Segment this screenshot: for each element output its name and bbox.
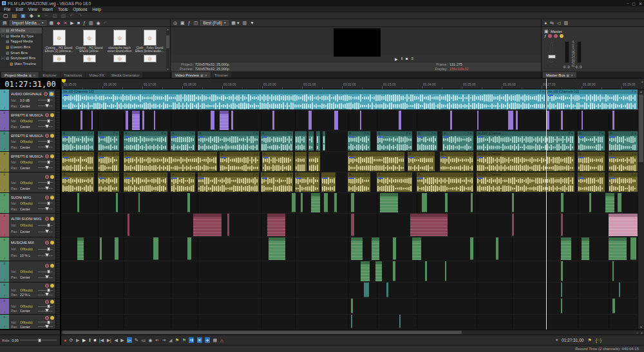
- track-mute-icon[interactable]: [45, 154, 49, 158]
- audio-event[interactable]: [77, 193, 79, 212]
- track-header-5[interactable]: ≡♪Vol:Off(solo)Pan:Center: [0, 172, 60, 193]
- audio-event[interactable]: [211, 111, 214, 130]
- pan-slider[interactable]: [38, 326, 53, 327]
- audio-event[interactable]: [115, 237, 118, 260]
- audio-event[interactable]: [269, 237, 285, 260]
- volume-slider[interactable]: [38, 141, 53, 142]
- audio-event[interactable]: A...ƒ≡: [98, 152, 119, 171]
- audio-event[interactable]: [445, 193, 448, 212]
- event-fx-icon[interactable]: ƒ: [113, 173, 115, 176]
- timeline-tracks[interactable]: tile_t00 [Channels 1/2]ƒ≡tile_t00 [Chann…: [61, 89, 644, 329]
- track-name[interactable]: AUDIO ORIGINALE: [11, 92, 43, 96]
- event-fx-icon[interactable]: ƒ: [599, 173, 601, 176]
- volume-slider[interactable]: [38, 120, 53, 121]
- bus-props-icon[interactable]: ▥: [564, 20, 569, 26]
- event-fx-icon[interactable]: ƒ: [287, 153, 289, 156]
- audio-event[interactable]: [380, 193, 398, 212]
- volume-value[interactable]: Off(solo): [20, 181, 37, 185]
- track-mute-icon[interactable]: [45, 196, 49, 199]
- menu-tools[interactable]: Tools: [58, 7, 68, 12]
- event-fx-icon[interactable]: ƒ: [569, 132, 571, 135]
- pan-value[interactable]: Center: [20, 125, 37, 129]
- track-color-strip[interactable]: ≡♪: [0, 299, 9, 314]
- event-fx-icon[interactable]: ƒ: [253, 173, 255, 176]
- pan-slider[interactable]: [38, 147, 53, 147]
- track-header-3[interactable]: ≡♪EFFETTI E MUSICA 2Vol:Off(solo)Pan:Cen…: [0, 131, 60, 152]
- track-mute-icon[interactable]: [45, 113, 49, 117]
- audio-event[interactable]: [138, 193, 140, 212]
- track-name[interactable]: EFFETTI E MUSICA 2: [11, 134, 44, 138]
- track-color-strip[interactable]: ≡♪: [0, 172, 9, 192]
- event-menu-icon[interactable]: ≡: [634, 90, 636, 93]
- audio-event[interactable]: A...ƒ≡: [295, 172, 319, 192]
- event-menu-icon[interactable]: ≡: [601, 132, 603, 135]
- track-solo-icon[interactable]: [50, 92, 53, 96]
- audio-event[interactable]: A...ƒ≡: [62, 131, 94, 151]
- event-fx-icon[interactable]: ƒ: [569, 173, 571, 176]
- timeline-track-row-12[interactable]: [61, 315, 638, 329]
- pan-value[interactable]: 10 % L: [20, 254, 37, 257]
- trim-end-icon[interactable]: ⇥: [162, 337, 166, 343]
- record-icon[interactable]: ●: [64, 337, 66, 343]
- event-menu-icon[interactable]: ≡: [431, 153, 433, 156]
- cursor-time-display[interactable]: 01:27:31,00: [0, 79, 61, 89]
- master-dim-icon[interactable]: [560, 34, 564, 38]
- audio-event[interactable]: [361, 261, 370, 281]
- event-menu-icon[interactable]: ≡: [316, 173, 318, 176]
- track-solo-icon[interactable]: [50, 300, 54, 304]
- track-solo-icon[interactable]: [50, 316, 54, 320]
- event-fx-icon[interactable]: ƒ: [632, 132, 634, 135]
- audio-event[interactable]: [311, 193, 320, 212]
- audio-event[interactable]: tile_t00 [Channels 1/2]ƒ≡: [62, 89, 545, 109]
- event-fx-icon[interactable]: ƒ: [431, 132, 433, 135]
- event-fx-icon[interactable]: ƒ: [189, 132, 191, 135]
- event-menu-icon[interactable]: ≡: [116, 153, 118, 156]
- volume-slider[interactable]: [38, 100, 53, 100]
- audio-event[interactable]: [308, 131, 314, 151]
- preview-menu-icon[interactable]: ≡: [412, 57, 414, 60]
- audio-event[interactable]: [582, 237, 589, 260]
- audio-event[interactable]: [267, 214, 285, 236]
- track-color-strip[interactable]: ≡♪: [0, 131, 9, 151]
- save-project-icon[interactable]: ▣: [21, 13, 26, 19]
- track-grip-icon[interactable]: ≡: [4, 262, 6, 265]
- audio-event[interactable]: [220, 111, 229, 130]
- zoom-tool-icon[interactable]: ◉: [149, 337, 153, 343]
- master-tab-master-bus[interactable]: Master Bus▣✕: [543, 72, 576, 78]
- track-solo-icon[interactable]: [50, 284, 54, 288]
- loop-playback-icon[interactable]: ⟳: [70, 337, 73, 343]
- audio-event[interactable]: A...ƒ≡: [417, 172, 473, 192]
- audio-event[interactable]: AUDIO [Channel...ƒ≡: [477, 131, 574, 151]
- track-header-6[interactable]: ≡♪SUONI MIX1Vol:Off(solo)Pan:Center: [0, 193, 60, 214]
- close-tab-icon[interactable]: ✕: [571, 73, 573, 77]
- new-project-icon[interactable]: ▢: [3, 13, 8, 19]
- event-menu-icon[interactable]: ≡: [290, 153, 292, 156]
- preview-pause-icon[interactable]: ‖: [401, 57, 402, 60]
- event-menu-icon[interactable]: ≡: [409, 132, 411, 135]
- track-grip-icon[interactable]: ≡: [4, 283, 6, 286]
- quantize-frames-icon[interactable]: ▦: [213, 337, 218, 343]
- event-menu-icon[interactable]: ≡: [470, 173, 472, 176]
- volume-value[interactable]: 0,0 dB: [20, 98, 37, 102]
- track-solo-icon[interactable]: [50, 154, 54, 158]
- event-fx-icon[interactable]: ƒ: [189, 173, 191, 176]
- media-tab-video-fx[interactable]: Video FX: [86, 72, 108, 78]
- timeline-track-row-11[interactable]: [61, 299, 638, 315]
- media-grid-scrollbar[interactable]: ▲▼: [166, 28, 169, 71]
- audio-event[interactable]: [561, 261, 563, 281]
- media-item[interactable]: ◎: [75, 53, 104, 63]
- master-mute-icon[interactable]: [548, 34, 552, 38]
- track-header-4[interactable]: ≡♪EFFETTI E MUSICA 3Vol:Off(solo)Pan:Cen…: [0, 152, 60, 172]
- import-media-button[interactable]: Import Media...▼: [10, 20, 47, 26]
- event-fx-icon[interactable]: ƒ: [406, 132, 408, 135]
- media-tab-project-media[interactable]: Project Media▣✕: [1, 72, 39, 78]
- track-name[interactable]: SUONI MIX1: [11, 196, 44, 199]
- audio-event[interactable]: [496, 237, 498, 260]
- event-menu-icon[interactable]: ≡: [571, 153, 573, 156]
- playhead[interactable]: [546, 89, 547, 329]
- timeline-track-row-10[interactable]: [61, 283, 638, 299]
- event-fx-icon[interactable]: ƒ: [468, 132, 469, 135]
- audio-event[interactable]: [630, 237, 636, 260]
- pan-slider[interactable]: [38, 126, 53, 127]
- float-window-icon[interactable]: ▣: [28, 73, 32, 77]
